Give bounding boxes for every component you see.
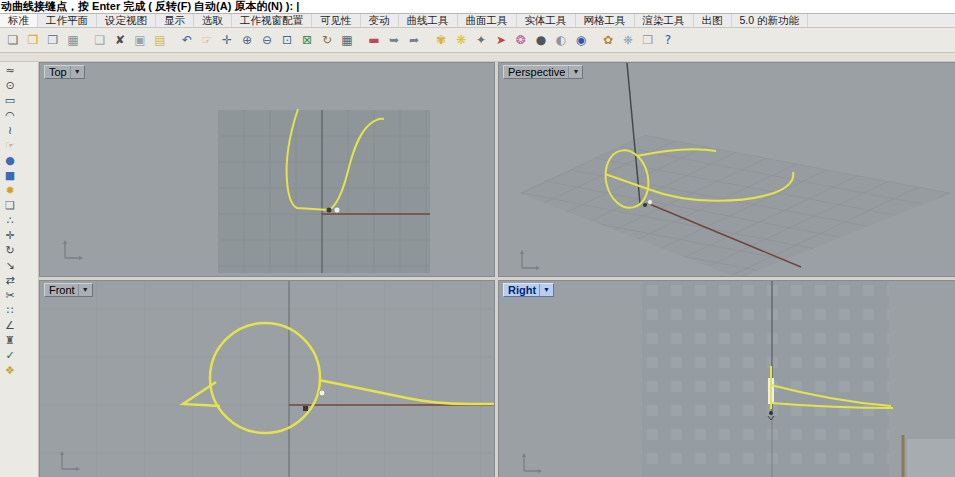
- menu-tab[interactable]: 变动: [361, 14, 399, 27]
- open-folder-icon[interactable]: ❐: [24, 31, 42, 49]
- print-icon[interactable]: ▦: [64, 31, 82, 49]
- toolbar-gap-strip: [0, 53, 955, 62]
- menu-tab[interactable]: 出图: [694, 14, 732, 27]
- trim-icon[interactable]: ✂: [1, 289, 19, 303]
- rotate-icon[interactable]: ↻: [1, 244, 19, 258]
- help-icon[interactable]: ?: [659, 31, 677, 49]
- material-icon[interactable]: ✿: [599, 31, 617, 49]
- menu-tab[interactable]: 可见性: [312, 14, 361, 27]
- lock-icon[interactable]: ✦: [472, 31, 490, 49]
- angle-icon[interactable]: ∠: [1, 319, 19, 333]
- save-icon[interactable]: ❒: [44, 31, 62, 49]
- profile-curve[interactable]: [183, 323, 494, 433]
- menu-tab[interactable]: 显示: [156, 14, 194, 27]
- standard-toolbar: ❏❐❒▦❑✘▣▤↶☞✛⊕⊖⊡⊠↻▦▬➥➦✾❋✦➤❂●◐◉✿❈❒?: [0, 28, 955, 53]
- viewport-layout-icon[interactable]: ▦: [338, 31, 356, 49]
- sphere-icon[interactable]: ●: [1, 154, 19, 168]
- pan-hand-icon[interactable]: ☞: [198, 31, 216, 49]
- viewport-top-title[interactable]: Top ▼: [44, 65, 85, 79]
- seam-point-handle[interactable]: [647, 200, 652, 205]
- hide-objects-icon[interactable]: ▬: [365, 31, 383, 49]
- lamp-icon[interactable]: ✾: [432, 31, 450, 49]
- menu-tab[interactable]: 5.0 的新功能: [732, 14, 809, 27]
- viewport-perspective-canvas[interactable]: [499, 63, 955, 277]
- shaded-sphere-icon[interactable]: ●: [532, 31, 550, 49]
- viewport-menu-arrow-icon[interactable]: ▼: [568, 66, 580, 78]
- menu-tab[interactable]: 标准: [0, 14, 38, 27]
- scale-icon[interactable]: ↘: [1, 259, 19, 273]
- menu-tab[interactable]: 工作视窗配置: [232, 14, 312, 27]
- paint-bucket-icon[interactable]: ❖: [1, 364, 19, 378]
- check-icon[interactable]: ✓: [1, 349, 19, 363]
- zoom-in-icon[interactable]: ⊕: [238, 31, 256, 49]
- viewport-right-canvas[interactable]: [499, 281, 955, 477]
- move-icon[interactable]: ✛: [1, 229, 19, 243]
- viewport-front-canvas[interactable]: [40, 281, 495, 477]
- menu-tab[interactable]: 设定视图: [97, 14, 156, 27]
- new-file-icon[interactable]: ❏: [4, 31, 22, 49]
- rotate-view-icon[interactable]: ↻: [318, 31, 336, 49]
- array-icon[interactable]: ∷: [1, 304, 19, 318]
- viewport-right-title[interactable]: Right ▼: [503, 283, 554, 297]
- explode-icon[interactable]: ✹: [1, 184, 19, 198]
- curve-points-icon[interactable]: ∴: [1, 214, 19, 228]
- cplane-axis-icon: [522, 453, 542, 473]
- render-sphere-icon[interactable]: ◉: [572, 31, 590, 49]
- solid-box-icon[interactable]: ■: [1, 169, 19, 183]
- viewport-perspective[interactable]: Perspective ▼: [498, 62, 955, 277]
- zoom-dynamic-icon[interactable]: ✛: [218, 31, 236, 49]
- menu-tab[interactable]: 网格工具: [576, 14, 635, 27]
- delete-icon[interactable]: ✘: [111, 31, 129, 49]
- xray-sphere-icon[interactable]: ◐: [552, 31, 570, 49]
- menu-tab[interactable]: 工作平面: [38, 14, 97, 27]
- zoom-window-icon[interactable]: ⊡: [278, 31, 296, 49]
- zoom-extents-icon[interactable]: ⊠: [298, 31, 316, 49]
- seam-point-handle[interactable]: [319, 390, 325, 396]
- menu-tab[interactable]: 选取: [194, 14, 232, 27]
- pan-hand-icon[interactable]: ☞: [1, 139, 19, 153]
- viewport-menu-arrow-icon[interactable]: ▼: [70, 66, 82, 78]
- menu-tab[interactable]: 渲染工具: [635, 14, 694, 27]
- point-icon[interactable]: ⊙: [1, 79, 19, 93]
- export-page-icon[interactable]: ❑: [91, 31, 109, 49]
- main-area: ≈⊙▭◠≀☞●■✹❏∴✛↻↘⇄✂∷∠♜✓❖ Top ▼: [0, 62, 955, 477]
- mirror-icon[interactable]: ⇄: [1, 274, 19, 288]
- viewport-grid: Top ▼: [39, 62, 955, 477]
- seam-point-marker[interactable]: [303, 406, 308, 411]
- cplane-axis-icon: [60, 451, 80, 471]
- viewport-menu-arrow-icon[interactable]: ▼: [539, 284, 551, 296]
- snapshot-icon[interactable]: ❈: [619, 31, 637, 49]
- bulb-on-icon[interactable]: ❋: [452, 31, 470, 49]
- arc-icon[interactable]: ◠: [1, 109, 19, 123]
- tower-icon[interactable]: ♜: [1, 334, 19, 348]
- command-prompt[interactable]: 动曲线接缝点，按 Enter 完成 ( 反转(F) 自动(A) 原本的(N) )…: [0, 0, 955, 14]
- control-points-icon[interactable]: ≈: [1, 64, 19, 78]
- menu-tab[interactable]: 实体工具: [517, 14, 576, 27]
- viewport-front-title[interactable]: Front ▼: [44, 283, 93, 297]
- seam-point-marker[interactable]: [643, 203, 647, 207]
- copy-icon[interactable]: ▣: [131, 31, 149, 49]
- menu-tab[interactable]: 曲线工具: [399, 14, 458, 27]
- view-redo-icon[interactable]: ➦: [405, 31, 423, 49]
- viewport-top-canvas[interactable]: [40, 63, 495, 277]
- curve-icon[interactable]: ≀: [1, 124, 19, 138]
- view-undo-icon[interactable]: ➥: [385, 31, 403, 49]
- render-cone-icon[interactable]: ➤: [492, 31, 510, 49]
- paste-icon[interactable]: ▤: [151, 31, 169, 49]
- seam-point-handle[interactable]: [334, 207, 340, 213]
- viewport-front[interactable]: Front ▼: [39, 280, 495, 477]
- cascade-windows-icon[interactable]: ❒: [639, 31, 657, 49]
- seam-point-marker[interactable]: [769, 411, 773, 415]
- menu-tab-bar: 标准工作平面设定视图显示选取工作视窗配置可见性变动曲线工具曲面工具实体工具网格工…: [0, 14, 955, 28]
- color-wheel-icon[interactable]: ❂: [512, 31, 530, 49]
- rectangle-icon[interactable]: ▭: [1, 94, 19, 108]
- undo-icon[interactable]: ↶: [178, 31, 196, 49]
- seam-point-marker[interactable]: [326, 208, 331, 213]
- viewport-right[interactable]: Right ▼: [498, 280, 955, 477]
- viewport-menu-arrow-icon[interactable]: ▼: [78, 284, 90, 296]
- stack-icon[interactable]: ❏: [1, 199, 19, 213]
- zoom-out-icon[interactable]: ⊖: [258, 31, 276, 49]
- viewport-perspective-title[interactable]: Perspective ▼: [503, 65, 583, 79]
- menu-tab[interactable]: 曲面工具: [458, 14, 517, 27]
- viewport-top[interactable]: Top ▼: [39, 62, 495, 277]
